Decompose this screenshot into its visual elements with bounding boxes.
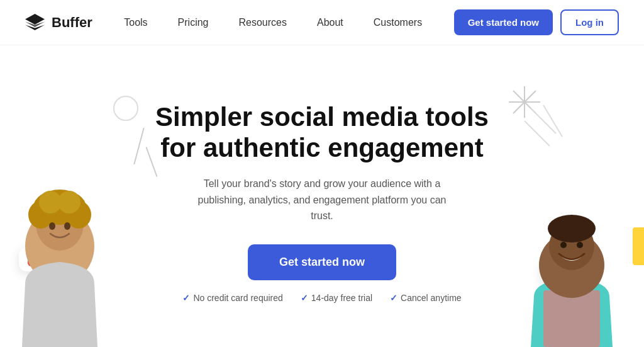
person-right-image — [512, 208, 631, 347]
hero-subtitle: Tell your brand's story and grow your au… — [190, 176, 454, 224]
navbar: Buffer Tools Pricing Resources About Cus… — [0, 0, 644, 45]
svg-point-21 — [577, 242, 583, 248]
svg-point-19 — [548, 215, 596, 242]
hero-checks: No credit card required 14-day free tria… — [182, 293, 461, 303]
check-free-trial: 14-day free trial — [301, 293, 372, 303]
nav-login-button[interactable]: Log in — [560, 9, 619, 35]
deco-yellow-accent — [633, 227, 644, 265]
hero-section: ♥ 10k 👍 12k — [0, 45, 644, 347]
nav-resources[interactable]: Resources — [226, 12, 299, 33]
svg-point-13 — [58, 191, 80, 213]
hero-get-started-button[interactable]: Get started now — [248, 244, 396, 280]
svg-line-6 — [525, 121, 550, 146]
svg-point-14 — [49, 222, 55, 230]
nav-tools[interactable]: Tools — [111, 12, 160, 33]
check-cancel-anytime: Cancel anytime — [390, 293, 462, 303]
nav-actions: Get started now Log in — [454, 9, 619, 35]
svg-point-15 — [64, 222, 70, 230]
nav-get-started-button[interactable]: Get started now — [454, 9, 553, 35]
svg-line-5 — [543, 105, 562, 137]
person-left-image — [0, 183, 119, 347]
deco-circle — [113, 96, 138, 121]
svg-rect-16 — [543, 290, 600, 347]
nav-pricing[interactable]: Pricing — [165, 12, 221, 33]
deco-right-lines-icon — [518, 102, 569, 152]
svg-point-20 — [560, 242, 567, 248]
buffer-logo-icon — [25, 14, 45, 31]
brand-name: Buffer — [52, 14, 92, 31]
logo[interactable]: Buffer — [25, 14, 92, 31]
hero-title: Simpler social media tools for authentic… — [140, 102, 504, 163]
nav-about[interactable]: About — [304, 12, 356, 33]
nav-links: Tools Pricing Resources About Customers — [111, 12, 435, 33]
person-left-silhouette — [0, 183, 119, 347]
nav-customers[interactable]: Customers — [361, 12, 435, 33]
person-right-silhouette — [512, 208, 631, 347]
check-no-credit-card: No credit card required — [182, 293, 282, 303]
